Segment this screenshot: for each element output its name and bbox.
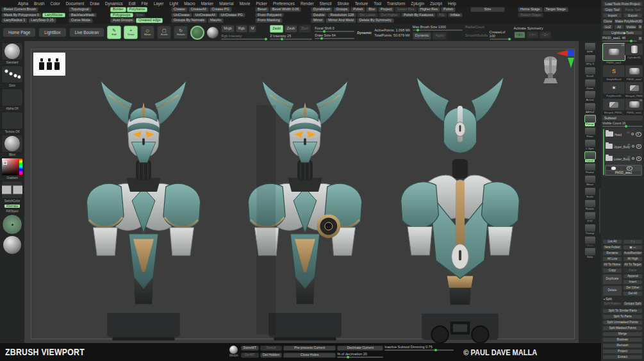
menu-item[interactable]: Movie <box>240 1 251 6</box>
palette-button[interactable]: Auto Groups <box>110 18 135 23</box>
palette-button[interactable]: Groups <box>333 7 350 12</box>
menu-item[interactable]: Transform <box>387 1 405 6</box>
menu-item[interactable]: Render <box>301 1 314 6</box>
menu-item[interactable]: Color <box>51 1 60 6</box>
palette-button[interactable]: Blur <box>366 7 377 12</box>
right-shelf-button[interactable]: Local <box>582 151 599 163</box>
paste-subtool-button[interactable]: Paste <box>623 268 643 273</box>
copy-tool-button[interactable]: Copy Tool <box>602 7 622 12</box>
folder-actions-button[interactable]: ▣ ▭ <box>623 245 643 250</box>
all-to-home-button[interactable]: All To Home <box>602 262 622 267</box>
zadd-button[interactable]: Zadd <box>270 25 283 32</box>
palette-button[interactable]: BackfaceMask <box>69 13 97 18</box>
eye-icon[interactable] <box>636 132 641 137</box>
home-page-button[interactable]: Home Page <box>3 28 36 37</box>
menu-item[interactable]: Preferences <box>273 1 295 6</box>
eye-icon[interactable] <box>636 156 641 161</box>
menu-item[interactable]: Edit <box>129 1 136 6</box>
right-shelf-scrollbar[interactable] <box>599 189 600 233</box>
export-button[interactable]: Export <box>623 13 643 18</box>
autoreorder-button[interactable]: AutoReorder <box>623 251 643 256</box>
del-other-button[interactable]: Del Other <box>623 285 643 290</box>
goz-button[interactable]: GoZ <box>602 24 613 29</box>
palette-button[interactable]: Flip <box>436 13 447 18</box>
color-swatch-circle[interactable] <box>2 214 22 235</box>
palette-button[interactable]: From Masking <box>255 18 283 23</box>
model-bust-back-view[interactable] <box>382 64 538 344</box>
menu-item[interactable]: Layer <box>154 1 164 6</box>
subtool-header[interactable]: Subtool <box>602 115 643 121</box>
split-action-button[interactable]: Split To Similar Parts <box>602 308 643 314</box>
eye-icon[interactable] <box>636 144 641 149</box>
tool-thumbnail[interactable]: #9 PM3D_aaa1 <box>603 43 625 64</box>
viewport-canvas[interactable] <box>24 41 579 343</box>
draw-size-slider[interactable]: Draw Size 64 <box>315 33 354 39</box>
all-to-target-button[interactable]: All To Target <box>623 262 643 267</box>
left-shelf-item[interactable]: Standard <box>1 42 23 64</box>
menu-item[interactable]: File <box>142 1 148 6</box>
rename-button[interactable]: Rename <box>602 251 622 256</box>
right-shelf-button[interactable]: XYZ <box>582 212 599 223</box>
right-shelf-button[interactable]: SPix 3 <box>582 55 599 66</box>
right-shelf-button[interactable]: Zoom <box>582 79 599 90</box>
displacement-icon[interactable] <box>622 167 626 170</box>
menu-item[interactable]: Draw <box>90 1 99 6</box>
live-boolean-button[interactable]: Live Boolean <box>69 28 105 37</box>
z-intensity-slider[interactable]: Z Intensity 25 <box>270 34 312 40</box>
palette-button[interactable]: Curve Mode <box>69 18 93 23</box>
rgb-intensity-slider[interactable]: Rgb Intensity <box>221 34 267 40</box>
subtool-folder-row[interactable]: 25 Head ⚙ <box>605 128 642 140</box>
palette-button[interactable]: LazyRadius 1 <box>1 18 28 23</box>
close-holes-button[interactable]: Close Holes <box>283 353 336 358</box>
menu-item[interactable]: Brush <box>34 1 44 6</box>
left-shelf-item[interactable]: Gradient <box>1 158 23 180</box>
del-hidden-button[interactable]: Del Hidden <box>260 353 282 358</box>
rgb-button[interactable]: Rgb <box>236 25 247 32</box>
tool-thumbnail[interactable]: PM3D_aaa2 <box>625 65 643 81</box>
load-tools-button[interactable]: Load Tools From Project <box>602 1 643 6</box>
dimming-slider[interactable]: Inactive Subtool Dimming 0.75 <box>384 345 454 351</box>
palette-button[interactable]: Polish <box>351 7 365 12</box>
split-action-button[interactable]: Project <box>602 349 643 354</box>
tool-thumbnail[interactable]: ✶ PolyMesh3D <box>603 81 625 97</box>
scale-mode-button[interactable]: ▢Scale <box>157 26 171 39</box>
menu-item[interactable]: Picker <box>256 1 267 6</box>
gear-icon[interactable]: ⚙ <box>631 156 634 160</box>
right-shelf-button[interactable]: Ghost <box>582 236 599 248</box>
apply-button[interactable]: Apply <box>433 32 447 39</box>
stage-button[interactable]: Switch Stage <box>518 13 543 18</box>
right-shelf-button[interactable]: AAHalf <box>582 103 599 114</box>
palette-button[interactable]: Bevel Width 0.06 <box>270 7 302 12</box>
decimate-button[interactable]: Decimate Current <box>337 346 383 351</box>
subtool-folder-row[interactable]: 39 Upper_Body ⚙ <box>605 140 642 152</box>
symmetry-x-button[interactable]: >X< <box>514 31 525 38</box>
palette-button[interactable]: Del Lower <box>357 13 378 18</box>
size-slider[interactable]: Size <box>470 7 505 12</box>
goz-r-button[interactable]: R <box>638 24 643 29</box>
tool-thumbnail[interactable]: S SimpleBrush <box>603 65 625 81</box>
subtool-selected-row[interactable]: PM3D_aaa1 <box>605 165 642 176</box>
left-shelf-item[interactable]: FillObject <box>1 209 23 213</box>
all-high-button[interactable]: All High <box>623 256 643 262</box>
palette-button[interactable]: From Polypaint <box>255 13 284 18</box>
palette-button[interactable]: Mirror And Weld <box>326 18 356 23</box>
right-shelf-button[interactable]: Frame <box>582 163 599 174</box>
crease-lvl-slider[interactable]: CreaseLvl 100 <box>490 30 511 40</box>
left-shelf-item[interactable]: Blinn <box>1 135 23 156</box>
stage-button[interactable]: Target Stage <box>543 7 568 12</box>
dynamic-button[interactable]: Dynamic <box>413 32 431 39</box>
menu-item[interactable]: Alpha <box>18 1 28 6</box>
smooth-subdiv-slider[interactable]: SmoothSubdiv <box>465 33 488 37</box>
append-button[interactable]: Append <box>623 274 643 279</box>
menu-item[interactable]: Macro <box>184 1 195 6</box>
menu-item[interactable]: Marker <box>201 1 214 6</box>
palette-button[interactable]: Size <box>134 13 146 18</box>
model-bust-three-quarter-view[interactable] <box>227 67 376 341</box>
palette-button[interactable]: Lower Res <box>395 7 417 12</box>
right-shelf-button[interactable]: Move <box>582 175 599 187</box>
palette-button[interactable]: Polyframe <box>127 7 148 12</box>
lightbox-button[interactable]: LightBox <box>38 28 66 37</box>
switch-button[interactable]: Switch <box>260 346 282 351</box>
right-shelf-button[interactable]: L.Sym <box>582 139 599 151</box>
max-brush-size-slider[interactable]: Max Brush Size 1000 <box>413 25 463 31</box>
